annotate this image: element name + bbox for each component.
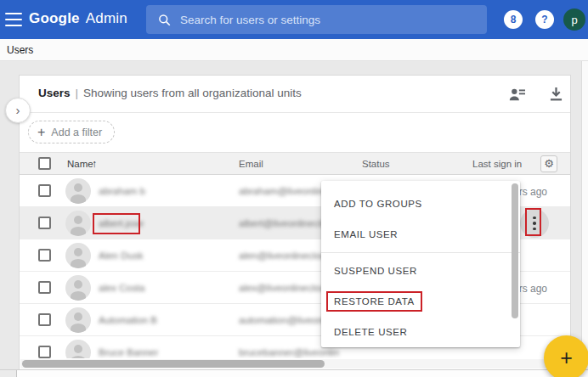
hamburger-menu-icon[interactable] [5, 13, 22, 26]
column-header-status[interactable]: Status [362, 159, 390, 169]
brand-admin-text: Admin [86, 10, 127, 26]
user-name[interactable]: Alen Dusk [99, 250, 143, 261]
panel-subtitle: Showing users from all organizational un… [83, 87, 302, 99]
search-icon [158, 14, 171, 26]
user-avatar-icon [65, 243, 91, 268]
column-header-last-sign-in[interactable]: Last sign in [472, 159, 522, 169]
menu-item-email-user[interactable]: EMAIL USER [321, 219, 520, 250]
menu-divider [321, 252, 520, 253]
menu-scrollbar-thumb[interactable] [512, 183, 518, 318]
add-user-fab[interactable]: + [544, 335, 588, 377]
user-actions-context-menu: ADD TO GROUPS EMAIL USER SUSPEND USER RE… [321, 181, 520, 347]
page-horizontal-scrollbar-thumb[interactable] [0, 370, 17, 377]
menu-item-label: ADD TO GROUPS [334, 199, 422, 209]
page-horizontal-scrollbar[interactable] [0, 369, 588, 377]
column-header-email[interactable]: Email [239, 159, 263, 169]
menu-item-label-highlighted: RESTORE DATA [326, 291, 422, 312]
user-email: brucebanner@liveonlin [239, 347, 339, 357]
google-admin-users-screen: GoogleAdmin 8 ? p Users Users|Showing us… [0, 0, 588, 377]
table-header-row: Name ↑ Email Status Last sign in ⚙ [20, 152, 570, 175]
row-checkbox[interactable] [38, 313, 51, 326]
user-avatar-icon [65, 340, 91, 358]
user-name[interactable]: albert.jose [99, 218, 144, 228]
top-app-bar: GoogleAdmin 8 ? p [0, 0, 588, 39]
row-checkbox[interactable] [38, 281, 51, 294]
breadcrumb[interactable]: Users [7, 44, 33, 56]
more-actions-icon[interactable] [520, 209, 549, 238]
add-filter-button[interactable]: + Add a filter [28, 121, 115, 143]
brand-google-text: Google [29, 10, 80, 26]
row-checkbox[interactable] [38, 346, 51, 358]
download-icon[interactable] [546, 85, 565, 104]
brand-logo: GoogleAdmin [29, 10, 127, 27]
sort-ascending-icon[interactable]: ↑ [92, 158, 97, 170]
panel-title-text: Users [38, 87, 71, 99]
user-name[interactable]: alex Costa [99, 283, 144, 293]
account-avatar[interactable]: p [563, 8, 585, 31]
user-avatar-icon [65, 178, 91, 204]
menu-item-label: EMAIL USER [334, 229, 398, 239]
manage-columns-gear-icon[interactable]: ⚙ [540, 155, 557, 172]
page-vertical-scrollbar[interactable] [581, 61, 588, 369]
add-filter-label: Add a filter [51, 127, 102, 138]
row-checkbox[interactable] [38, 217, 51, 229]
tasks-icon[interactable]: 8 [504, 10, 523, 29]
menu-item-label: DELETE USER [334, 327, 407, 337]
column-header-name[interactable]: Name [67, 159, 93, 169]
breadcrumb-bar: Users [0, 39, 588, 61]
user-avatar-icon [65, 275, 91, 301]
select-all-checkbox[interactable] [38, 157, 51, 170]
global-search-bar[interactable] [146, 5, 487, 34]
table-horizontal-scrollbar-thumb[interactable] [22, 360, 325, 368]
panel-header: Users|Showing users from all organizatio… [20, 76, 570, 113]
filter-row: + Add a filter [20, 113, 570, 152]
menu-item-add-to-groups[interactable]: ADD TO GROUPS [321, 188, 520, 219]
user-name[interactable]: Automation B [99, 315, 157, 325]
menu-item-suspend-user[interactable]: SUSPEND USER [321, 256, 520, 286]
title-separator: | [76, 87, 79, 99]
user-name[interactable]: Bruce Banner [99, 347, 158, 357]
row-checkbox[interactable] [38, 184, 51, 197]
add-user-icon[interactable] [507, 85, 526, 104]
plus-icon: + [37, 125, 45, 140]
menu-item-delete-user[interactable]: DELETE USER [321, 317, 520, 347]
panel-expander-chevron-icon[interactable]: › [5, 98, 31, 123]
table-horizontal-scrollbar-track[interactable] [20, 359, 571, 369]
user-avatar-icon [65, 211, 91, 236]
menu-item-restore-data[interactable]: RESTORE DATA [321, 286, 520, 317]
menu-item-label: SUSPEND USER [334, 266, 417, 276]
panel-title: Users|Showing users from all organizatio… [38, 87, 302, 99]
user-name[interactable]: abraham b [99, 186, 145, 196]
row-checkbox[interactable] [38, 249, 51, 262]
help-icon[interactable]: ? [535, 10, 554, 29]
search-input[interactable] [180, 14, 487, 26]
user-avatar-icon [65, 307, 91, 333]
